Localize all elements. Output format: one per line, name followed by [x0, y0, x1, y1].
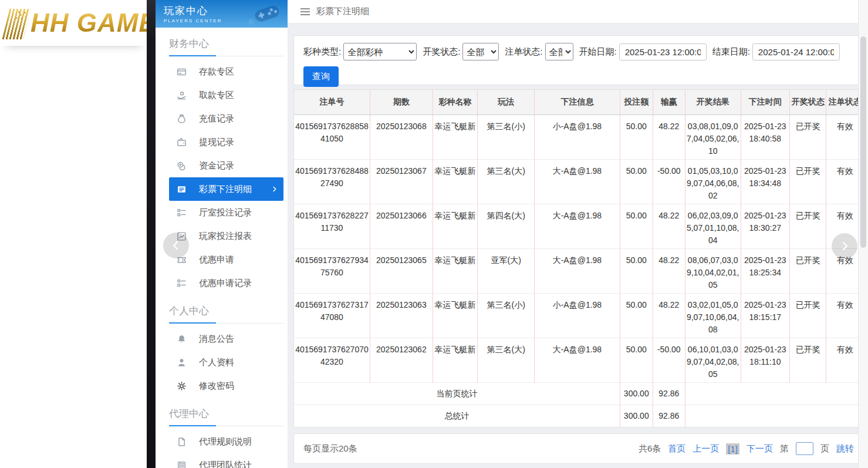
table-head: 注单号期数彩种名称玩法下注信息投注额输赢开奖结果下注时间开奖状态注单状态: [294, 90, 863, 115]
table-cell: 401569173762822711730: [294, 204, 370, 248]
table-cell: -50.00: [653, 338, 685, 382]
table-cell: 2025-01-23 18:25:34: [741, 248, 790, 293]
table-row: 40156917376270704232020250123062幸运飞艇新第三名…: [294, 338, 863, 382]
summary-row: 总统计300.0092.86: [294, 405, 863, 427]
sidebar-item-change-password[interactable]: 修改密码: [169, 374, 283, 398]
sidebar-item-label: 优惠申请: [199, 254, 234, 265]
sidebar-item-message-notice[interactable]: 消息公告: [169, 327, 283, 351]
sidebar-item-label: 取款专区: [199, 90, 234, 101]
sidebar-item-promo-apply-records[interactable]: 优惠申请记录: [169, 271, 283, 295]
table-cell: 48.22: [653, 248, 685, 293]
table-row: 40156917376273174708020250123063幸运飞艇新第三名…: [294, 293, 863, 338]
first-page-link[interactable]: 首页: [668, 443, 685, 454]
sidebar-item-agent-rules[interactable]: 代理规则说明: [169, 430, 283, 453]
sidebar-item-recharge-records[interactable]: 充值记录: [169, 107, 283, 130]
summary-winloss-total: 92.86: [653, 405, 685, 427]
sidebar-item-label: 代理团队统计: [199, 460, 252, 468]
sidebar-item-funds-records[interactable]: 资金记录: [169, 154, 283, 177]
prev-page-link[interactable]: 上一页: [693, 443, 719, 454]
table-cell: 2025-01-23 18:15:17: [741, 293, 790, 338]
sidebar-item-hall-bet-records[interactable]: 厅室投注记录: [169, 201, 283, 224]
ledger-icon: [177, 460, 187, 468]
column-header: 彩种名称: [433, 90, 477, 115]
sidebar-item-withdrawal-records[interactable]: 提现记录: [169, 130, 283, 154]
column-header: 下注时间: [741, 90, 790, 115]
table-cell: 2025-01-23 18:30:27: [741, 204, 790, 248]
table-cell: 大-A盘@1.98: [535, 248, 620, 293]
sidebar-item-deposit-zone[interactable]: 存款专区: [169, 60, 283, 83]
sidebar-item-label: 提现记录: [199, 137, 234, 148]
order-status-select[interactable]: 全部: [545, 43, 573, 60]
sidebar-item-label: 存款专区: [199, 66, 234, 78]
dark-edge-strip: [147, 0, 156, 468]
summary-row: 当前页统计300.0092.86: [294, 382, 863, 405]
sidebar-item-withdraw-zone[interactable]: 取款专区: [169, 83, 283, 107]
table-cell: 第三名(大): [478, 338, 535, 382]
active-item-chevron-icon: [271, 185, 279, 193]
topbar: 彩票下注明细: [288, 0, 868, 23]
start-date-input[interactable]: [619, 43, 707, 60]
table-cell: 50.00: [620, 159, 653, 204]
draw-status-label: 开奖状态:: [423, 46, 460, 58]
summary-bet-total: 300.00: [620, 382, 653, 405]
scrollbar-thumb[interactable]: [860, 36, 866, 248]
table-cell: -50.00: [653, 159, 685, 204]
logo-dots-decoration: [15, 17, 18, 19]
column-header: 期数: [370, 90, 433, 115]
table-cell: 小-A盘@1.98: [535, 293, 620, 338]
order-status-label: 注单状态:: [505, 46, 542, 58]
table-cell: 401569173762793475760: [294, 248, 370, 293]
table-cell: 06,02,03,09,05,07,01,10,08,04: [685, 204, 741, 248]
sidebar-item-agent-team-stats[interactable]: 代理团队统计: [169, 453, 283, 468]
bets-table-panel: 注单号期数彩种名称玩法下注信息投注额输赢开奖结果下注时间开奖状态注单状态 401…: [293, 89, 864, 427]
next-page-link[interactable]: 下一页: [747, 443, 773, 454]
sidebar-item-label: 优惠申请记录: [199, 278, 252, 289]
table-cell: 401569173762707042320: [294, 338, 370, 382]
table-cell: 已开奖: [790, 204, 826, 248]
sidebar-item-label: 资金记录: [199, 160, 234, 171]
summary-winloss-total: 92.86: [653, 382, 685, 405]
expand-right-button[interactable]: [832, 233, 857, 259]
table-cell: 2025-01-23 18:34:48: [741, 159, 790, 204]
table-cell: 大-A盘@1.98: [535, 159, 620, 204]
search-button[interactable]: 查询: [303, 66, 339, 87]
logo-text: HH GAME: [31, 8, 147, 38]
jump-button[interactable]: 跳转: [836, 443, 854, 454]
table-cell: 50.00: [620, 248, 653, 293]
summary-label: 总统计: [294, 405, 620, 427]
table-cell: 20250123068: [370, 115, 433, 159]
collapse-left-button[interactable]: [163, 233, 189, 258]
jump-suffix-text: 页: [820, 443, 829, 454]
sidebar-toggle-button[interactable]: [300, 6, 310, 17]
table-cell: 第三名(小): [478, 115, 535, 159]
table-cell: 48.22: [653, 204, 685, 248]
column-header: 玩法: [478, 90, 535, 115]
table-cell: 第三名(小): [478, 293, 535, 338]
pagination-bar: 每页显示20条 共6条 首页 上一页 [1] 下一页 第 页 跳转: [293, 433, 864, 464]
column-header: 输赢: [653, 90, 685, 115]
coins-icon: [177, 161, 187, 171]
sidebar-item-profile[interactable]: 个人资料: [169, 351, 283, 374]
sidebar-item-label: 代理规则说明: [199, 436, 252, 447]
table-cell: 401569173762848827490: [294, 159, 370, 204]
page-scrollbar[interactable]: [858, 0, 868, 468]
summary-bet-total: 300.00: [620, 405, 653, 427]
lottery-type-label: 彩种类型:: [303, 46, 341, 58]
summary-label: 当前页统计: [294, 382, 620, 405]
lottery-type-select[interactable]: 全部彩种: [343, 43, 417, 60]
sidebar-item-label: 个人资料: [199, 357, 234, 368]
draw-status-select[interactable]: 全部: [462, 43, 499, 60]
sidebar-section-title: 代理中心: [169, 405, 283, 426]
gamepad-icon: [244, 3, 283, 28]
withdraw-hand-icon: [177, 90, 187, 100]
table-cell: 50.00: [620, 293, 653, 338]
end-date-input[interactable]: [752, 43, 840, 60]
table-cell: 401569173762731747080: [294, 293, 370, 338]
column-header: 开奖状态: [790, 90, 826, 115]
page-jump-input[interactable]: [796, 442, 813, 455]
table-cell: 大-A盘@1.98: [535, 338, 620, 382]
table-cell: 2025-01-23 18:40:58: [741, 115, 790, 159]
sidebar-item-label: 消息公告: [199, 334, 234, 345]
sidebar-item-lottery-bet-details[interactable]: 彩票下注明细: [169, 177, 283, 201]
sidebar-section-title: 财务中心: [169, 35, 283, 56]
